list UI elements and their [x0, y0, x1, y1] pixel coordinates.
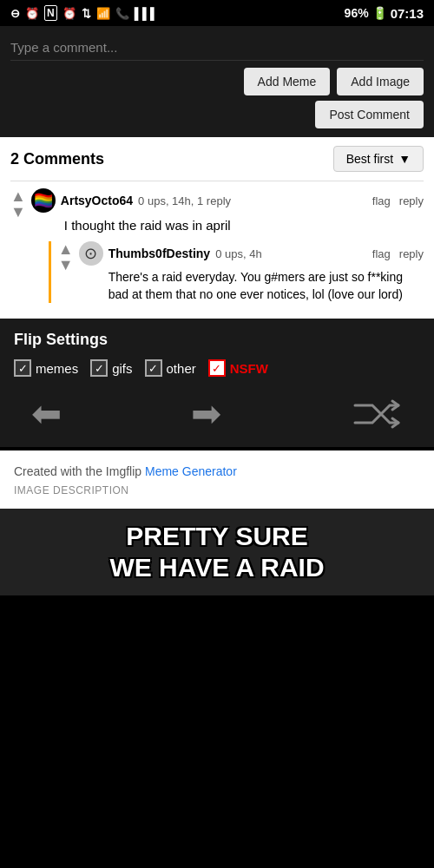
footer-created-text: Created with the Imgflip — [14, 464, 141, 478]
sort-label: Best first — [346, 152, 393, 166]
username-1: ArtsyOcto64 — [61, 194, 133, 207]
comment-buttons: Add Meme Add Image Post Comment — [10, 68, 424, 128]
image-description-label: IMAGE DESCRIPTION — [14, 484, 420, 496]
nfc-icon: N — [44, 5, 57, 21]
nested-avatar-1: ⊙ — [79, 241, 103, 266]
nested-comment-text-1: There's a raid everyday. You g#mers are … — [108, 269, 424, 303]
nested-username-1: Thumbs0fDestiny — [108, 247, 210, 260]
add-image-button[interactable]: Add Image — [337, 68, 424, 95]
sort-button[interactable]: Best first ▼ — [333, 146, 424, 172]
alarm-icon: ⏰ — [25, 7, 39, 20]
comments-header: 2 Comments Best first ▼ — [10, 146, 424, 172]
status-icons-left: ⊖ ⏰ N ⏰ ⇅ 📶 📞 ▌▌▌ — [10, 5, 158, 21]
add-meme-button[interactable]: Add Meme — [244, 68, 331, 95]
checkbox-other-box[interactable]: ✓ — [145, 359, 162, 377]
checkbox-gifs-box[interactable]: ✓ — [90, 359, 108, 377]
checkbox-other: ✓ other — [145, 359, 196, 377]
checkbox-nsfw-box[interactable]: ✓ — [208, 359, 226, 377]
flip-checkboxes: ✓ memes ✓ gifs ✓ other ✓ NSFW — [14, 359, 420, 377]
comment-info-1: 0 ups, 14h, 1 reply — [138, 194, 231, 207]
post-comment-button[interactable]: Post Comment — [315, 101, 424, 128]
comment-item-1: ▲ ▼ 🏳️‍🌈 ArtsyOcto64 0 ups, 14h, 1 reply… — [10, 181, 424, 310]
checkbox-nsfw: ✓ NSFW — [208, 359, 268, 377]
comment-actions-1: flag reply — [372, 194, 424, 207]
checkbox-gifs: ✓ gifs — [90, 359, 132, 377]
phone-icon: 📞 — [115, 7, 129, 20]
nested-flag-link-1[interactable]: flag — [372, 247, 391, 260]
signal-arrows-icon: ⇅ — [82, 7, 91, 20]
clock: 07:13 — [391, 6, 424, 21]
nested-reply-link-1[interactable]: reply — [399, 247, 424, 260]
checkbox-memes-label: memes — [36, 361, 78, 376]
comment-placeholder[interactable]: Type a comment... — [10, 35, 424, 61]
battery-percent: 96% — [345, 6, 369, 20]
chevron-down-icon: ▼ — [398, 152, 411, 166]
meme-line-1: PRETTY SURE — [126, 522, 308, 550]
meme-image-area: PRETTY SURE WE HAVE A RAID — [0, 509, 434, 595]
comment-meta-row-1: 🏳️‍🌈 ArtsyOcto64 0 ups, 14h, 1 reply fla… — [31, 188, 424, 213]
nested-comment-1: ▲ ▼ ⊙ Thumbs0fDestiny 0 ups, 4h — [49, 241, 424, 303]
checkbox-nsfw-label: NSFW — [230, 361, 268, 376]
battery-icon: 🔋 — [372, 6, 387, 20]
signal-bars-icon: ▌▌▌ — [135, 7, 159, 20]
nested-comment-meta-left-1: ⊙ Thumbs0fDestiny 0 ups, 4h — [79, 241, 262, 266]
checkbox-memes: ✓ memes — [14, 359, 78, 377]
nested-comment-info-1: 0 ups, 4h — [215, 247, 262, 260]
forward-arrow-button[interactable]: ➡ — [191, 392, 221, 435]
status-bar: ⊖ ⏰ N ⏰ ⇅ 📶 📞 ▌▌▌ 96% 🔋 07:13 — [0, 0, 434, 26]
meme-generator-link[interactable]: Meme Generator — [145, 464, 237, 478]
vote-arrows-1: ▲ ▼ — [10, 188, 26, 220]
comment-row-1: ▲ ▼ 🏳️‍🌈 ArtsyOcto64 0 ups, 14h, 1 reply… — [10, 188, 424, 303]
meme-text: PRETTY SURE WE HAVE A RAID — [12, 521, 422, 583]
comment-text-1: I thought the raid was in april — [64, 216, 424, 234]
reply-link-1[interactable]: reply — [399, 194, 424, 207]
nested-comment-row-1: ▲ ▼ ⊙ Thumbs0fDestiny 0 ups, 4h — [58, 241, 424, 303]
comment-input-section: Type a comment... Add Meme Add Image Pos… — [0, 26, 434, 137]
flip-settings-title: Flip Settings — [14, 331, 420, 349]
nested-upvote-button-1[interactable]: ▲ — [58, 241, 74, 257]
comments-count: 2 Comments — [10, 150, 104, 168]
wifi-icon: 📶 — [96, 7, 110, 20]
nested-comment-actions-1: flag reply — [372, 247, 424, 260]
shuffle-button[interactable] — [351, 397, 403, 431]
nested-downvote-button-1[interactable]: ▼ — [58, 257, 74, 273]
flip-settings-section: Flip Settings ✓ memes ✓ gifs ✓ other ✓ N… — [0, 319, 434, 447]
checkbox-gifs-label: gifs — [112, 361, 132, 376]
back-arrow-button[interactable]: ⬅ — [31, 392, 62, 435]
comment-meta-left-1: 🏳️‍🌈 ArtsyOcto64 0 ups, 14h, 1 reply — [31, 188, 231, 213]
nested-comment-meta-row-1: ⊙ Thumbs0fDestiny 0 ups, 4h flag reply — [79, 241, 424, 266]
footer-text: Created with the Imgflip Meme Generator — [14, 463, 420, 481]
nested-vote-arrows-1: ▲ ▼ — [58, 241, 74, 273]
nav-arrows: ⬅ ➡ — [14, 392, 420, 435]
footer-section: Created with the Imgflip Meme Generator … — [0, 450, 434, 509]
flag-link-1[interactable]: flag — [372, 194, 391, 207]
top-buttons-row: Add Meme Add Image — [244, 68, 424, 95]
comments-section: 2 Comments Best first ▼ ▲ ▼ 🏳️‍🌈 ArtsyOc… — [0, 137, 434, 319]
status-right: 96% 🔋 07:13 — [345, 6, 424, 21]
alarm2-icon: ⏰ — [62, 7, 76, 20]
checkbox-memes-box[interactable]: ✓ — [14, 359, 31, 377]
checkbox-other-label: other — [167, 361, 196, 376]
upvote-button-1[interactable]: ▲ — [10, 188, 26, 204]
avatar-1: 🏳️‍🌈 — [31, 188, 56, 213]
meme-line-2: WE HAVE A RAID — [109, 553, 324, 582]
minus-circle-icon: ⊖ — [10, 7, 20, 20]
downvote-button-1[interactable]: ▼ — [10, 204, 26, 220]
bottom-buttons-row: Post Comment — [315, 101, 424, 128]
